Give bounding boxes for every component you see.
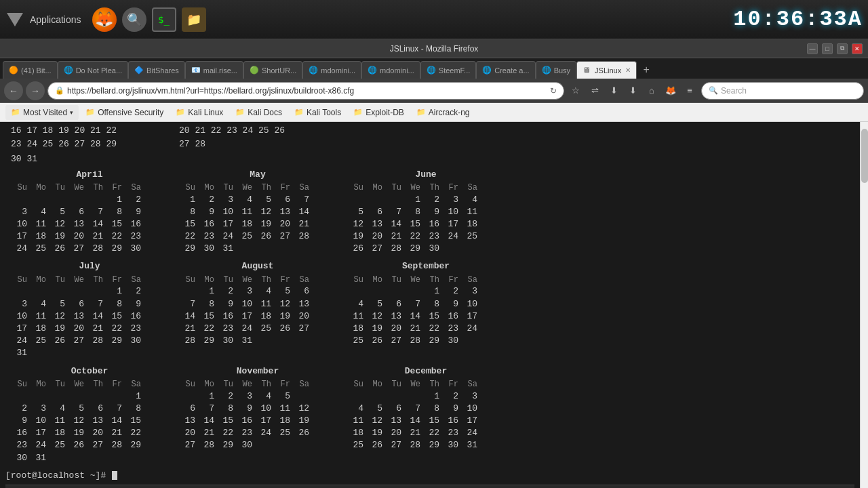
calendar-day: 13 bbox=[382, 415, 401, 427]
taskbar: Applications 🦊 🔍 $_ 📁 10:36:33A bbox=[0, 0, 868, 39]
calendar-day: 1 bbox=[420, 285, 439, 298]
calendar-day: 6 bbox=[382, 298, 401, 310]
calendar-day: 2 bbox=[420, 194, 439, 206]
calendar-day: 15 bbox=[420, 415, 439, 427]
download-button[interactable]: ⬇ bbox=[624, 82, 642, 100]
firefox-account-button[interactable]: 🦊 bbox=[662, 82, 679, 100]
calendar-day: 22 bbox=[401, 230, 420, 243]
tab-busy[interactable]: 🌐 Busy bbox=[536, 61, 576, 79]
calendar-day: 8 bbox=[420, 403, 439, 415]
tab-label: mdomini... bbox=[321, 66, 355, 75]
tab-mdomi1[interactable]: 🌐 mdomini... bbox=[302, 61, 361, 79]
calendar-day: 20 bbox=[65, 323, 84, 335]
calendar-day: 7 bbox=[84, 206, 103, 218]
bookmark-kali-linux[interactable]: 📁 Kali Linux bbox=[170, 105, 229, 120]
calendar-day: 26 bbox=[46, 335, 65, 347]
close-button[interactable]: ✕ bbox=[852, 43, 863, 54]
address-bar[interactable]: 🔒 https://bellard.org/jslinux/vm.html?ur… bbox=[47, 82, 564, 100]
calendar-day: 5 bbox=[363, 298, 382, 310]
calendar-day: 1 bbox=[103, 285, 122, 298]
folder-icon: 📁 bbox=[11, 108, 20, 117]
tab-mail[interactable]: 📧 mail.rise... bbox=[185, 61, 243, 79]
main-area: 16 17 18 19 20 21 22 20 21 22 23 24 25 2… bbox=[0, 122, 868, 488]
bookmark-kali-tools[interactable]: 📁 Kali Tools bbox=[289, 105, 347, 120]
calendar-day: 16 bbox=[439, 310, 458, 323]
restore-button[interactable]: ⧉ bbox=[837, 43, 848, 54]
calendar-day: 20 bbox=[363, 230, 382, 243]
terminal-taskbar-icon[interactable]: $_ bbox=[152, 7, 176, 32]
bookmark-most-visited[interactable]: 📁 Most Visited ▾ bbox=[5, 105, 79, 120]
tab-bit[interactable]: 🟠 (41) Bit... bbox=[3, 61, 58, 79]
bookmark-exploit-db[interactable]: 📁 Exploit-DB bbox=[348, 105, 410, 120]
calendar-day: 3 bbox=[27, 403, 46, 415]
calendar-day bbox=[176, 285, 195, 298]
day-header: Th bbox=[84, 182, 103, 194]
day-header: We bbox=[233, 274, 252, 286]
calendar-day: 10 bbox=[214, 206, 233, 218]
tab-favicon-bitshares: 🔷 bbox=[134, 66, 144, 75]
prompt-area[interactable]: [root@localhost ~]# bbox=[5, 470, 854, 482]
calendar-day: 21 bbox=[84, 323, 103, 335]
calendar-day bbox=[8, 194, 27, 206]
tab-bitshares[interactable]: 🔷 BitShares bbox=[128, 61, 185, 79]
applications-menu-button[interactable] bbox=[5, 10, 24, 29]
calendar-row-1: JulySuMoTuWeThFrSa1234567891011121314151… bbox=[5, 260, 854, 359]
tab-donotplea[interactable]: 🌐 Do Not Plea... bbox=[58, 61, 128, 79]
calendar-day: 28 bbox=[290, 230, 309, 243]
minimize-button[interactable]: — bbox=[807, 43, 818, 54]
terminal-content[interactable]: 16 17 18 19 20 21 22 20 21 22 23 24 25 2… bbox=[0, 122, 860, 488]
calendar-day: 18 bbox=[344, 427, 363, 439]
menu-button[interactable]: ≡ bbox=[681, 82, 698, 100]
bookmark-label: Kali Tools bbox=[307, 108, 341, 117]
calendar-day: 12 bbox=[65, 415, 84, 427]
calendar-day: 24 bbox=[27, 439, 46, 451]
maximize-button[interactable]: □ bbox=[822, 43, 833, 54]
new-tab-button[interactable]: + bbox=[638, 61, 654, 79]
calendar-day: 28 bbox=[195, 439, 214, 451]
calendar-day: 25 bbox=[344, 439, 363, 451]
calendar-day: 16 bbox=[214, 310, 233, 323]
scrollbar[interactable] bbox=[860, 122, 868, 488]
calendar-day: 6 bbox=[382, 403, 401, 415]
calendar-day: 11 bbox=[344, 415, 363, 427]
filemanager-taskbar-icon[interactable]: 📁 bbox=[182, 7, 206, 32]
tab-close-icon[interactable]: ✕ bbox=[625, 66, 631, 74]
scrollbar-thumb[interactable] bbox=[861, 129, 868, 183]
search-bar[interactable]: 🔍 Search bbox=[701, 82, 864, 100]
calendar-day: 27 bbox=[382, 439, 401, 451]
calendar-day bbox=[27, 347, 46, 359]
calendar-day: 28 bbox=[176, 335, 195, 347]
tab-mdomi2[interactable]: 🌐 mdomini... bbox=[361, 61, 420, 79]
calendar-day: 23 bbox=[420, 230, 439, 243]
calendar-day bbox=[103, 452, 122, 464]
home-button[interactable]: ⌂ bbox=[643, 82, 660, 100]
calendar-day: 10 bbox=[439, 206, 458, 218]
tab-shortur[interactable]: 🟢 ShortUR... bbox=[243, 61, 302, 79]
calendar-day: 30 bbox=[8, 452, 27, 464]
calendar-day bbox=[27, 390, 46, 403]
search-taskbar-icon[interactable]: 🔍 bbox=[122, 7, 146, 32]
tab-label: SteemF... bbox=[439, 66, 470, 75]
day-header: Mo bbox=[195, 182, 214, 194]
paste-bar: Paste Here ▲ bbox=[5, 485, 854, 488]
tab-jslinux[interactable]: 🖥 JSLinux ✕ bbox=[576, 61, 637, 79]
calendar-grid: AprilSuMoTuWeThFrSa123456789101112131415… bbox=[5, 169, 854, 464]
pocket-button[interactable]: ⬇ bbox=[605, 82, 623, 100]
calendar-day: 6 bbox=[363, 206, 382, 218]
day-header: Fr bbox=[103, 274, 122, 286]
tab-create[interactable]: 🌐 Create a... bbox=[476, 61, 535, 79]
forward-button[interactable]: → bbox=[26, 81, 45, 100]
folder-icon-7: 📁 bbox=[416, 108, 426, 117]
bookmark-aircrack-ng[interactable]: 📁 Aircrack-ng bbox=[411, 105, 475, 120]
back-button[interactable]: ← bbox=[4, 81, 23, 100]
bookmark-star-button[interactable]: ☆ bbox=[567, 82, 585, 100]
tab-steemf[interactable]: 🌐 SteemF... bbox=[420, 61, 476, 79]
day-header: We bbox=[233, 182, 252, 194]
refresh-button[interactable]: ↻ bbox=[550, 86, 557, 96]
bookmark-kali-docs[interactable]: 📁 Kali Docs bbox=[230, 105, 288, 120]
synced-tabs-button[interactable]: ⇌ bbox=[586, 82, 604, 100]
calendar-day: 3 bbox=[458, 390, 477, 403]
calendar-day: 19 bbox=[344, 230, 363, 243]
firefox-taskbar-icon[interactable]: 🦊 bbox=[92, 7, 117, 32]
bookmark-offensive-security[interactable]: 📁 Offensive Security bbox=[80, 105, 169, 120]
